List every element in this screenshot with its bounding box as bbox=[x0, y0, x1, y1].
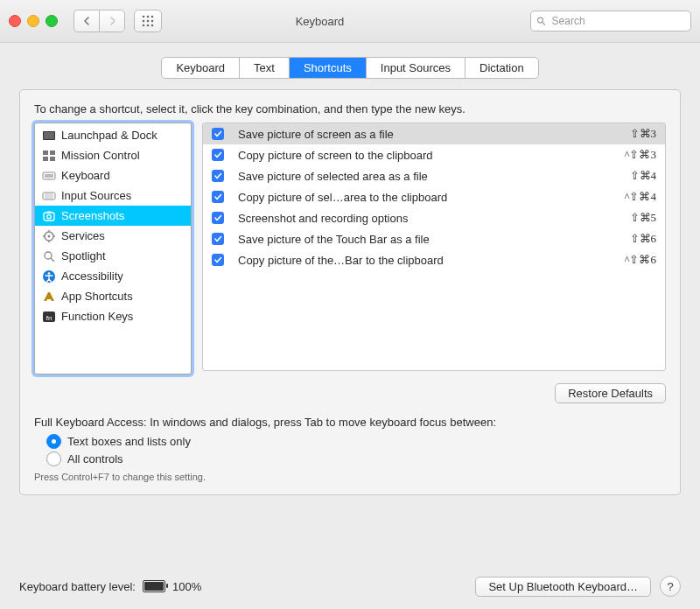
category-screenshots[interactable]: Screenshots bbox=[35, 206, 191, 226]
svg-rect-14 bbox=[50, 150, 55, 155]
svg-point-32 bbox=[45, 252, 52, 259]
shortcut-keys[interactable]: ^⇧⌘3 bbox=[624, 148, 656, 162]
radio-label: Text boxes and lists only bbox=[67, 435, 191, 448]
svg-rect-12 bbox=[44, 132, 54, 139]
shortcut-checkbox[interactable] bbox=[212, 212, 224, 224]
category-services[interactable]: Services bbox=[35, 226, 191, 246]
svg-rect-25 bbox=[47, 211, 51, 213]
category-label: Input Sources bbox=[61, 189, 131, 202]
svg-point-35 bbox=[48, 272, 51, 275]
fn-icon: fn bbox=[42, 310, 56, 324]
footer: Keyboard battery level: 100% Set Up Blue… bbox=[0, 565, 700, 609]
category-function-keys[interactable]: fnFunction Keys bbox=[35, 306, 191, 326]
battery-percent: 100% bbox=[172, 580, 201, 593]
shortcut-row[interactable]: Save picture of screen as a file⇧⌘3 bbox=[203, 123, 665, 144]
radio-label: All controls bbox=[67, 452, 123, 466]
category-launchpad-dock[interactable]: Launchpad & Dock bbox=[35, 125, 191, 145]
category-input-sources[interactable]: Input Sources bbox=[35, 186, 191, 206]
shortcut-checkbox[interactable] bbox=[212, 170, 224, 182]
shortcut-row[interactable]: Copy picture of sel…area to the clipboar… bbox=[203, 186, 665, 207]
shortcut-row[interactable]: Copy picture of the…Bar to the clipboard… bbox=[203, 249, 665, 270]
svg-rect-15 bbox=[43, 157, 48, 161]
restore-defaults-button[interactable]: Restore Defaults bbox=[555, 383, 666, 403]
category-label: Launchpad & Dock bbox=[61, 129, 158, 142]
shortcut-row[interactable]: Save picture of selected area as a file⇧… bbox=[203, 165, 665, 186]
close-window-button[interactable] bbox=[9, 15, 21, 27]
category-label: Accessibility bbox=[61, 270, 123, 283]
svg-point-27 bbox=[48, 234, 51, 237]
search-field[interactable] bbox=[530, 10, 691, 32]
category-spotlight[interactable]: Spotlight bbox=[35, 246, 191, 266]
svg-rect-11 bbox=[43, 131, 55, 140]
shortcut-keys[interactable]: ⇧⌘4 bbox=[630, 169, 657, 183]
category-accessibility[interactable]: Accessibility bbox=[35, 266, 191, 286]
keyboard-access-section: Full Keyboard Access: In windows and dia… bbox=[34, 416, 666, 482]
bluetooth-keyboard-button[interactable]: Set Up Bluetooth Keyboard… bbox=[475, 577, 651, 597]
mission-icon bbox=[42, 149, 56, 163]
radio-button[interactable] bbox=[46, 452, 61, 466]
svg-line-33 bbox=[51, 258, 54, 262]
category-label: Screenshots bbox=[61, 209, 124, 222]
search-input[interactable] bbox=[550, 14, 685, 28]
window-controls bbox=[9, 15, 58, 27]
shortcut-keys[interactable]: ^⇧⌘4 bbox=[624, 190, 656, 204]
radio-button[interactable] bbox=[46, 434, 61, 449]
minimize-window-button[interactable] bbox=[27, 15, 39, 27]
tab-shortcuts[interactable]: Shortcuts bbox=[290, 58, 367, 78]
content-area: KeyboardTextShortcutsInput SourcesDictat… bbox=[0, 43, 700, 495]
shortcut-row[interactable]: Copy picture of screen to the clipboard^… bbox=[203, 144, 665, 165]
appshortcuts-icon bbox=[42, 290, 56, 304]
zoom-window-button[interactable] bbox=[46, 15, 58, 27]
titlebar: Keyboard bbox=[0, 0, 700, 43]
battery-icon bbox=[143, 580, 165, 592]
category-mission-control[interactable]: Mission Control bbox=[35, 145, 191, 165]
svg-rect-17 bbox=[43, 172, 55, 179]
svg-point-34 bbox=[43, 270, 55, 283]
back-button[interactable] bbox=[74, 10, 99, 32]
shortcuts-pane: To change a shortcut, select it, click t… bbox=[19, 89, 681, 495]
shortcut-checkbox[interactable] bbox=[212, 254, 224, 266]
shortcut-list[interactable]: Save picture of screen as a file⇧⌘3Copy … bbox=[202, 122, 666, 371]
svg-rect-19 bbox=[43, 192, 55, 200]
shortcut-keys[interactable]: ⇧⌘5 bbox=[630, 211, 657, 225]
tab-text[interactable]: Text bbox=[240, 58, 290, 78]
radio-option[interactable]: Text boxes and lists only bbox=[46, 434, 666, 449]
shortcut-row[interactable]: Save picture of the Touch Bar as a file⇧… bbox=[203, 228, 665, 249]
tab-bar: KeyboardTextShortcutsInput SourcesDictat… bbox=[19, 57, 681, 79]
keyboard-access-heading: Full Keyboard Access: In windows and dia… bbox=[34, 416, 666, 429]
tab-dictation[interactable]: Dictation bbox=[466, 58, 538, 78]
shortcut-label: Copy picture of sel…area to the clipboar… bbox=[233, 191, 615, 204]
services-icon bbox=[42, 229, 56, 243]
category-app-shortcuts[interactable]: App Shortcuts bbox=[35, 286, 191, 306]
shortcut-keys[interactable]: ⇧⌘3 bbox=[630, 127, 657, 141]
radio-option[interactable]: All controls bbox=[46, 452, 666, 466]
shortcut-checkbox[interactable] bbox=[212, 149, 224, 161]
window-title: Keyboard bbox=[118, 15, 522, 28]
shortcut-label: Screenshot and recording options bbox=[233, 212, 621, 225]
shortcut-checkbox[interactable] bbox=[212, 233, 224, 245]
accessibility-icon bbox=[42, 270, 56, 284]
category-keyboard[interactable]: Keyboard bbox=[35, 165, 191, 186]
tab-keyboard[interactable]: Keyboard bbox=[162, 58, 240, 78]
svg-rect-36 bbox=[43, 312, 55, 322]
shortcut-label: Copy picture of the…Bar to the clipboard bbox=[233, 254, 615, 267]
category-list[interactable]: Launchpad & DockMission ControlKeyboardI… bbox=[34, 122, 192, 374]
shortcut-checkbox[interactable] bbox=[212, 191, 224, 203]
shortcut-row[interactable]: Screenshot and recording options⇧⌘5 bbox=[203, 207, 665, 228]
svg-rect-18 bbox=[45, 174, 53, 178]
category-label: Function Keys bbox=[61, 310, 133, 323]
launchpad-icon bbox=[42, 129, 56, 143]
keyboard-access-hint: Press Control+F7 to change this setting. bbox=[34, 472, 666, 482]
shortcut-keys[interactable]: ^⇧⌘6 bbox=[624, 253, 656, 267]
instruction-text: To change a shortcut, select it, click t… bbox=[34, 102, 666, 116]
battery-label: Keyboard battery level: bbox=[19, 580, 136, 593]
help-button[interactable]: ? bbox=[660, 576, 681, 597]
svg-rect-13 bbox=[43, 150, 48, 155]
svg-line-10 bbox=[542, 23, 545, 25]
category-label: Services bbox=[61, 229, 105, 242]
tab-input-sources[interactable]: Input Sources bbox=[367, 58, 466, 78]
shortcut-checkbox[interactable] bbox=[212, 128, 224, 140]
shortcut-keys[interactable]: ⇧⌘6 bbox=[630, 232, 657, 246]
input-icon bbox=[42, 189, 56, 203]
category-label: Spotlight bbox=[61, 249, 106, 262]
